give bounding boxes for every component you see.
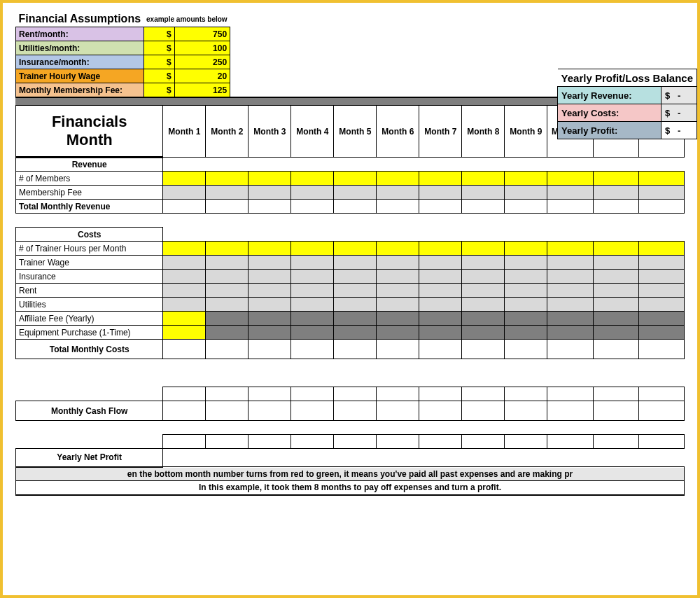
row-membership-fee: Membership Fee — [16, 186, 685, 200]
assumption-value-insurance[interactable]: 250 — [174, 55, 230, 69]
row-trainer-wage: Trainer Wage — [16, 256, 685, 270]
row-net-profit: Yearly Net Profit — [16, 449, 685, 467]
assumption-label-membership: Monthly Membership Fee: — [16, 83, 144, 97]
example-note: example amounts below — [144, 11, 230, 27]
assumption-value-utilities[interactable]: 100 — [174, 41, 230, 55]
note-line-2: In this example, it took them 8 months t… — [16, 481, 685, 495]
profit-loss-box: Yearly Profit/Loss Balance Yearly Revenu… — [557, 69, 697, 139]
assumption-label-wage: Trainer Hourly Wage — [16, 69, 144, 83]
row-insurance: Insurance — [16, 270, 685, 284]
row-equipment: Equipment Purchase (1-Time) — [16, 326, 685, 340]
assumptions-table: Financial Assumptions example amounts be… — [15, 11, 230, 97]
month-header: Month 1 — [163, 106, 206, 158]
note-line-1: en the bottom month number turns from re… — [16, 467, 685, 481]
financials-header: FinancialsMonth — [16, 106, 163, 158]
profit-label-costs: Yearly Costs: — [558, 104, 662, 122]
row-total-costs: Total Monthly Costs — [16, 340, 685, 359]
costs-header: Costs — [16, 228, 163, 242]
row-cash-flow: Monthly Cash Flow — [16, 401, 685, 421]
row-affiliate: Affiliate Fee (Yearly) — [16, 312, 685, 326]
assumption-label-rent: Rent/month: — [16, 27, 144, 41]
profit-title: Yearly Profit/Loss Balance — [558, 69, 697, 87]
assumption-value-wage[interactable]: 20 — [174, 69, 230, 83]
assumptions-title: Financial Assumptions — [16, 11, 144, 27]
currency-symbol: $ — [144, 27, 174, 41]
spreadsheet-page: Financial Assumptions example amounts be… — [0, 0, 700, 598]
assumption-value-membership[interactable]: 125 — [174, 83, 230, 97]
assumption-label-insurance: Insurance/month: — [16, 55, 144, 69]
row-utilities-cost: Utilities — [16, 298, 685, 312]
assumption-label-utilities: Utilities/month: — [16, 41, 144, 55]
financials-table: FinancialsMonth Month 1 Month 2 Month 3 … — [15, 105, 685, 496]
revenue-header: Revenue — [16, 158, 163, 172]
row-members: # of Members — [16, 172, 685, 186]
assumption-value-rent[interactable]: 750 — [174, 27, 230, 41]
profit-label-profit: Yearly Profit: — [558, 122, 662, 139]
row-trainer-hours: # of Trainer Hours per Month — [16, 242, 685, 256]
profit-label-revenue: Yearly Revenue: — [558, 87, 662, 104]
row-rent-cost: Rent — [16, 284, 685, 298]
row-total-revenue: Total Monthly Revenue — [16, 200, 685, 214]
